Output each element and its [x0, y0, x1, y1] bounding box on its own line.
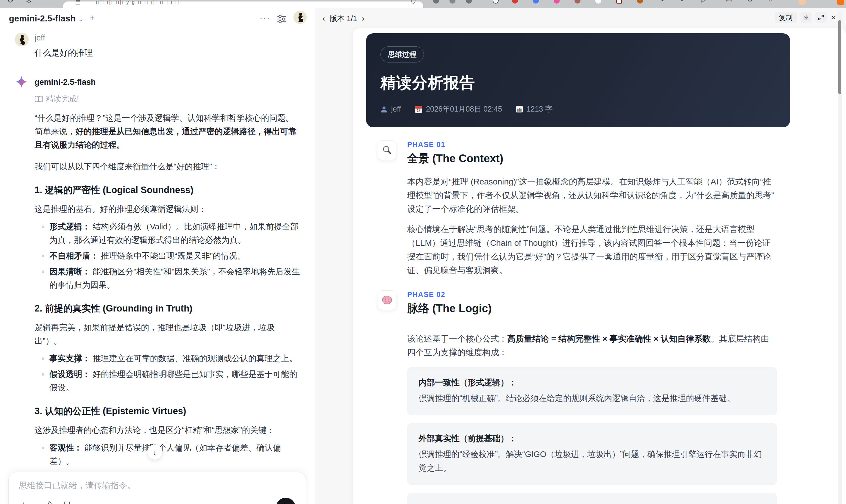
- phase-body: 该论述基于一个核心公式：高质量结论 = 结构完整性 × 事实准确性 × 认知自律…: [407, 332, 777, 359]
- report-word-count: 1213 字: [516, 104, 553, 114]
- chat-panel: gemini-2.5-flash ⌄ + ···: [0, 8, 315, 504]
- phase-paragraph: 该论述基于一个核心公式：高质量结论 = 结构完整性 × 事实准确性 × 认知自律…: [407, 332, 777, 359]
- browser-chrome-bar: ⟳ ፨ ≣ ıı|ı ı|ı ııļı y g ıı ıı ı|ı ıı ı ı…: [0, 0, 846, 8]
- more-menu-button[interactable]: ···: [260, 13, 270, 23]
- phase-title: 脉络 (The Logic): [407, 301, 790, 316]
- bullet-item: 因果清晰： 能准确区分“相关性”和“因果关系”，不会轻率地将先后发生的事情归为因…: [35, 265, 300, 292]
- report-badge: 思维过程: [381, 47, 424, 62]
- bookmark-icon[interactable]: [63, 501, 71, 504]
- user-message-text: 什么是好的推理: [35, 47, 93, 59]
- browser-address-bar[interactable]: ≣ ıı|ı ı|ı ııļı y g ıı ıı ı|ı ıı ı ı ıı …: [63, 1, 423, 8]
- extension-icon[interactable]: [637, 0, 643, 4]
- section-lead: 逻辑再完美，如果前提是错误的，推理也是垃圾（即“垃圾进，垃圾出”）。: [35, 321, 300, 347]
- extension-icon[interactable]: [533, 0, 539, 4]
- browser-tabs-icon[interactable]: ፨: [26, 0, 32, 5]
- toolbar-icon[interactable]: ⌖: [680, 0, 684, 4]
- toolbar-divider: [36, 501, 36, 504]
- assistant-name: gemini-2.5-flash: [35, 78, 96, 89]
- download-button[interactable]: [800, 12, 812, 23]
- phase-label: PHASE 02: [407, 290, 790, 299]
- artifact-controls: 复制 ×: [775, 12, 837, 23]
- phase-section-1: PHASE 01 全景 (The Context) 本内容是对“推理 (Reas…: [366, 140, 790, 277]
- bullet-list: 事实支撑： 推理建立在可靠的数据、准确的观测或公认的真理之上。 假设透明： 好的…: [35, 352, 300, 394]
- extension-icon[interactable]: [575, 0, 580, 4]
- scrollbar-thumb[interactable]: [838, 20, 841, 94]
- app-window: gemini-2.5-flash ⌄ + ···: [0, 8, 846, 504]
- extension-icon[interactable]: [554, 0, 560, 4]
- user-avatar[interactable]: [294, 11, 306, 24]
- message-composer[interactable]: 思维接口已就绪，请传输指令。: [8, 472, 306, 504]
- composer-placeholder[interactable]: 思维接口已就绪，请传输指令。: [19, 480, 136, 491]
- browser-reload-icon[interactable]: ⟳: [8, 0, 14, 5]
- report-meta: jeff 17 2026年01月08日 02:45: [381, 104, 776, 114]
- voice-input-button[interactable]: [276, 498, 296, 504]
- extension-icon[interactable]: [837, 0, 844, 5]
- report-author: jeff: [381, 105, 401, 113]
- phase-label: PHASE 01: [407, 140, 790, 149]
- phase-title: 全景 (The Context): [407, 151, 790, 166]
- chat-message-list[interactable]: jeff 什么是好的推理 gemini-2.5-flash: [0, 30, 315, 504]
- artifact-panel: ‹ 版本 1/1 › 复制 ×: [315, 8, 846, 504]
- phase-timeline: PHASE 01 全景 (The Context) 本内容是对“推理 (Reas…: [366, 140, 790, 504]
- toolbar-icon[interactable]: ፠: [768, 0, 773, 4]
- skills-diamonds-icon[interactable]: [45, 501, 55, 504]
- report-date: 17 2026年01月08日 02:45: [415, 104, 502, 114]
- person-icon: [381, 106, 388, 113]
- extension-icon[interactable]: [493, 0, 499, 4]
- phase-paragraph: 核心情境在于解决“思考的随意性”问题。不论是人类通过批判性思维进行决策，还是大语…: [407, 222, 777, 277]
- model-selector[interactable]: gemini-2.5-flash: [9, 14, 76, 23]
- toolbar-icon[interactable]: ↻: [747, 0, 753, 4]
- browser-profile-avatar[interactable]: [798, 0, 806, 5]
- assistant-intro2: 我们可以从以下四个维度来衡量什么是“好的推理”：: [35, 160, 300, 173]
- settings-sliders-icon[interactable]: [277, 14, 287, 24]
- dimension-card: 主体伦理（认识美德）： 转向推理者的心理特征。引入奥卡姆剃刀和反向论证，旨在克服…: [407, 493, 777, 504]
- user-name: jeff: [35, 33, 93, 42]
- toolbar-icon[interactable]: ▷: [701, 0, 706, 4]
- magnifier-icon: [377, 140, 397, 160]
- bookmark-star-icon[interactable]: ⛉: [411, 0, 416, 5]
- user-message: jeff 什么是好的推理: [15, 33, 301, 59]
- extension-icon[interactable]: [466, 0, 472, 4]
- report-title: 精读分析报告: [381, 73, 776, 93]
- chat-header: gemini-2.5-flash ⌄ + ···: [0, 8, 315, 30]
- copy-button[interactable]: 复制: [775, 12, 797, 23]
- composer-toolbar: [19, 501, 71, 504]
- gemini-logo-icon: [15, 75, 29, 89]
- toolbar-icon[interactable]: ✎: [659, 0, 665, 4]
- toolbar-icon[interactable]: ⎙: [726, 0, 732, 4]
- chevron-down-icon[interactable]: ⌄: [78, 16, 83, 23]
- extension-icon[interactable]: [433, 0, 439, 4]
- attach-plus-icon[interactable]: [19, 501, 28, 504]
- dimension-card: 外部真实性（前提基础）： 强调推理的“经验校准”。解决“GIGO（垃圾进，垃圾出…: [407, 423, 777, 485]
- section-lead: 这涉及推理者的心态和方法论，也是区分“杠精”和“思想家”的关键：: [35, 424, 300, 437]
- assistant-message-header: gemini-2.5-flash: [15, 75, 301, 89]
- section-heading: 1. 逻辑的严密性 (Logical Soundness): [35, 184, 301, 196]
- sidebar-toggle-icon[interactable]: ≣: [75, 0, 81, 6]
- bar-chart-icon: [516, 106, 523, 113]
- section-heading: 2. 前提的真实性 (Grounding in Truth): [35, 302, 301, 315]
- extension-icon[interactable]: [595, 0, 601, 4]
- dimension-title: 主体伦理（认识美德）：: [419, 503, 765, 504]
- arrow-down-icon: ↓: [153, 448, 157, 457]
- extension-icon[interactable]: [616, 0, 622, 4]
- phase-paragraph: 本内容是对“推理 (Reasoning)”这一抽象概念的高层建模。在知识爆炸与人…: [407, 175, 777, 216]
- phase-section-2: PHASE 02 脉络 (The Logic) 该论述基于一个核心公式：高质量结…: [366, 290, 790, 504]
- close-artifact-button[interactable]: ×: [830, 13, 837, 22]
- assistant-status-text: 精读完成!: [46, 94, 79, 104]
- extension-icon[interactable]: [450, 0, 455, 4]
- new-chat-button[interactable]: +: [89, 13, 95, 23]
- bullet-item: 事实支撑： 推理建立在可靠的数据、准确的观测或公认的真理之上。: [35, 352, 300, 365]
- section-lead: 这是推理的基石。好的推理必须遵循逻辑法则：: [35, 202, 300, 216]
- dimension-text: 强调推理的“机械正确”。结论必须在给定的规则系统内逻辑自洽，这是推理的硬件基础。: [419, 392, 765, 405]
- phase-body: 本内容是对“推理 (Reasoning)”这一抽象概念的高层建模。在知识爆炸与人…: [407, 175, 777, 277]
- version-label: 版本 1/1: [330, 14, 357, 23]
- bullet-item: 客观性： 能够识别并尽量排除个人偏见（如幸存者偏差、确认偏差）。: [35, 441, 300, 468]
- version-navigator: ‹ 版本 1/1 ›: [322, 14, 364, 23]
- download-icon: [803, 14, 809, 21]
- extension-icon[interactable]: [512, 0, 518, 4]
- fullscreen-button[interactable]: [815, 12, 827, 23]
- next-version-button[interactable]: ›: [362, 14, 364, 23]
- prev-version-button[interactable]: ‹: [322, 14, 325, 23]
- bullet-item: 不自相矛盾： 推理链条中不能出现“既是又非”的情况。: [35, 249, 300, 263]
- scroll-to-bottom-button[interactable]: ↓: [147, 445, 162, 460]
